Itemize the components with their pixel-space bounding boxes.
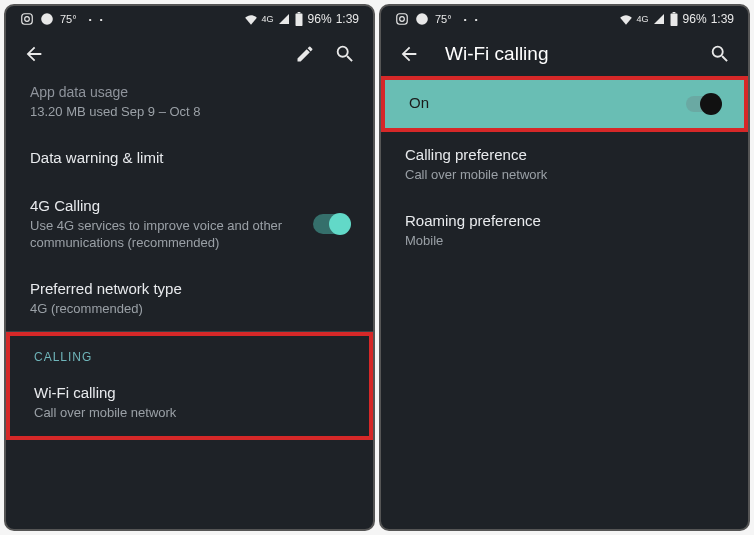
- item-title: Preferred network type: [30, 280, 349, 297]
- network-label: 4G: [637, 14, 649, 24]
- item-subtitle: Mobile: [405, 232, 724, 250]
- wifi-icon: [619, 13, 633, 25]
- battery-percent: 96%: [308, 12, 332, 26]
- wifi-calling-toggle-item[interactable]: On: [385, 80, 744, 128]
- item-subtitle: Call over mobile network: [405, 166, 724, 184]
- app-icon: [395, 12, 409, 26]
- svg-rect-5: [397, 14, 408, 25]
- highlight-box: CALLING Wi-Fi calling Call over mobile n…: [6, 332, 373, 440]
- messenger-icon: [40, 12, 54, 26]
- toolbar: Wi-Fi calling: [381, 30, 748, 76]
- search-icon[interactable]: [333, 42, 357, 66]
- back-icon[interactable]: [22, 42, 46, 66]
- battery-icon: [294, 12, 304, 26]
- status-bar: 75° • • 4G 96% 1:39: [6, 6, 373, 30]
- battery-icon: [669, 12, 679, 26]
- wifi-icon: [244, 13, 258, 25]
- item-title: On: [409, 94, 686, 111]
- svg-rect-4: [297, 12, 300, 13]
- item-subtitle: Call over mobile network: [34, 404, 345, 422]
- battery-percent: 96%: [683, 12, 707, 26]
- screenshot-left: 75° • • 4G 96% 1:39: [4, 4, 375, 531]
- section-header-calling: CALLING: [10, 336, 369, 370]
- svg-point-2: [41, 13, 53, 25]
- svg-rect-3: [295, 13, 302, 26]
- toolbar: [6, 30, 373, 76]
- roaming-preference-item[interactable]: Roaming preference Mobile: [381, 198, 748, 264]
- svg-rect-8: [670, 13, 677, 26]
- highlight-box: On: [381, 76, 748, 132]
- svg-point-6: [400, 17, 405, 22]
- svg-point-1: [25, 17, 30, 22]
- svg-rect-9: [672, 12, 675, 13]
- item-title: Calling preference: [405, 146, 724, 163]
- signal-icon: [653, 13, 665, 25]
- clock: 1:39: [336, 12, 359, 26]
- status-bar: 75° • • 4G 96% 1:39: [381, 6, 748, 30]
- page-title: Wi-Fi calling: [445, 43, 548, 65]
- notification-dots: • •: [89, 15, 106, 24]
- screenshot-right: 75° • • 4G 96% 1:39 Wi-Fi calling: [379, 4, 750, 531]
- settings-list: On Calling preference Call over mobile n…: [381, 76, 748, 529]
- network-type-item[interactable]: Preferred network type 4G (recommended): [6, 266, 373, 332]
- wifi-calling-item[interactable]: Wi-Fi calling Call over mobile network: [10, 370, 369, 436]
- item-subtitle: 13.20 MB used Sep 9 – Oct 8: [30, 103, 349, 121]
- data-warning-item[interactable]: Data warning & limit: [6, 135, 373, 183]
- item-title: App data usage: [30, 84, 349, 100]
- toggle-switch[interactable]: [686, 96, 720, 112]
- item-subtitle: 4G (recommended): [30, 300, 349, 318]
- temperature: 75°: [435, 13, 452, 25]
- calling-preference-item[interactable]: Calling preference Call over mobile netw…: [381, 132, 748, 198]
- signal-icon: [278, 13, 290, 25]
- app-icon: [20, 12, 34, 26]
- edit-icon[interactable]: [293, 42, 317, 66]
- settings-list: App data usage 13.20 MB used Sep 9 – Oct…: [6, 76, 373, 529]
- notification-dots: • •: [464, 15, 481, 24]
- messenger-icon: [415, 12, 429, 26]
- clock: 1:39: [711, 12, 734, 26]
- item-subtitle: Use 4G services to improve voice and oth…: [30, 217, 313, 252]
- item-title: Wi-Fi calling: [34, 384, 345, 401]
- 4g-calling-item[interactable]: 4G Calling Use 4G services to improve vo…: [6, 183, 373, 266]
- svg-rect-0: [22, 14, 33, 25]
- item-title: Roaming preference: [405, 212, 724, 229]
- item-title: 4G Calling: [30, 197, 313, 214]
- network-label: 4G: [262, 14, 274, 24]
- search-icon[interactable]: [708, 42, 732, 66]
- temperature: 75°: [60, 13, 77, 25]
- toggle-switch[interactable]: [313, 214, 349, 234]
- svg-point-7: [416, 13, 428, 25]
- back-icon[interactable]: [397, 42, 421, 66]
- data-usage-item[interactable]: App data usage 13.20 MB used Sep 9 – Oct…: [6, 76, 373, 135]
- item-title: Data warning & limit: [30, 149, 349, 166]
